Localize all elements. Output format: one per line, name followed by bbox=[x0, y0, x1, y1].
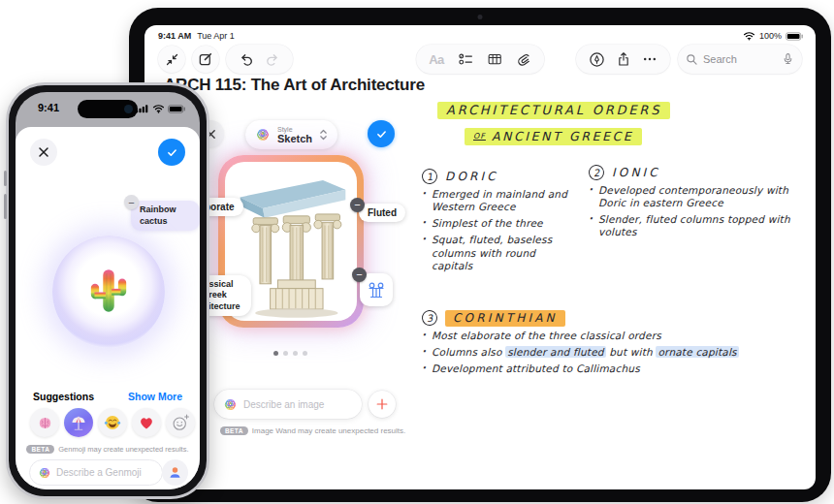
undo-icon bbox=[239, 51, 254, 67]
search-input[interactable] bbox=[703, 53, 771, 65]
hw-name-corinthian: CORINTHIAN bbox=[445, 310, 565, 327]
person-icon bbox=[168, 465, 182, 480]
style-picker[interactable]: Style Sketch bbox=[245, 120, 337, 149]
image-variants-pager[interactable] bbox=[273, 351, 307, 356]
volume-down-button bbox=[4, 194, 7, 219]
checkmark-icon bbox=[166, 146, 178, 159]
format-tools-group: Aa bbox=[416, 45, 544, 74]
table-icon bbox=[487, 51, 502, 67]
actions-group bbox=[576, 45, 670, 74]
remove-tag-fluted-button[interactable]: − bbox=[350, 198, 365, 212]
remove-sketch-tag-button[interactable]: − bbox=[352, 268, 367, 282]
hw-bullet: Slender, fluted columns topped with volu… bbox=[589, 213, 790, 238]
volume-up-button bbox=[4, 171, 7, 186]
hw-name-doric: DORIC bbox=[445, 170, 498, 183]
checklist-button[interactable] bbox=[458, 51, 473, 67]
battery-icon bbox=[168, 105, 186, 113]
describe-image-field[interactable] bbox=[214, 390, 362, 419]
iphone-status-time: 9:41 bbox=[38, 102, 59, 113]
describe-genmoji-field[interactable] bbox=[29, 459, 163, 486]
describe-genmoji-input[interactable] bbox=[56, 467, 149, 478]
image-wand-confirm-button[interactable] bbox=[368, 120, 395, 147]
hw-number-3: 3 bbox=[421, 309, 438, 327]
ipad-device: 9:41 AM Tue Apr 1 100% bbox=[129, 8, 831, 502]
beta-text: Image Wand may create unexpected results… bbox=[252, 426, 405, 435]
suggestion-umbrella-genmoji[interactable] bbox=[64, 408, 93, 437]
checkmark-icon bbox=[375, 128, 388, 141]
hw-number-1: 1 bbox=[421, 168, 438, 185]
wifi-icon bbox=[152, 104, 165, 113]
suggestion-joy-emoji[interactable] bbox=[98, 408, 127, 437]
hw-name-ionic: IONIC bbox=[612, 166, 660, 179]
redo-button[interactable] bbox=[265, 51, 280, 67]
laughing-face-icon bbox=[103, 413, 122, 432]
attach-button[interactable] bbox=[516, 51, 531, 67]
collapse-icon bbox=[165, 52, 179, 67]
ellipsis-icon bbox=[642, 51, 658, 67]
markup-pen-icon bbox=[589, 51, 605, 68]
person-genmoji-button[interactable] bbox=[162, 459, 188, 486]
share-icon bbox=[616, 51, 631, 67]
search-field[interactable] bbox=[678, 45, 802, 74]
hw-bullet: Development attributed to Callimachus bbox=[422, 362, 763, 375]
add-emoji-icon bbox=[171, 413, 190, 432]
hw-highlight-blue: slender and fluted bbox=[505, 346, 605, 358]
front-camera bbox=[124, 105, 133, 113]
hw-section-ionic: 2 IONIC Developed contemporaneously with… bbox=[589, 165, 790, 243]
hw-bullet: Simplest of the three bbox=[422, 217, 575, 230]
search-icon bbox=[686, 53, 698, 66]
beta-badge: BETA bbox=[26, 445, 54, 454]
show-more-link[interactable]: Show More bbox=[128, 391, 182, 402]
remove-genmoji-tag-button[interactable]: − bbox=[124, 195, 139, 209]
brain-icon bbox=[36, 414, 54, 432]
text-format-button[interactable]: Aa bbox=[429, 52, 444, 67]
collapse-button[interactable] bbox=[158, 46, 185, 73]
genmoji-beta-note: BETA Genmoji may create unexpected resul… bbox=[16, 445, 200, 454]
style-value: Sketch bbox=[277, 134, 312, 144]
sketch-column-icon bbox=[365, 278, 388, 301]
genmoji-ai-icon bbox=[38, 466, 51, 480]
close-icon bbox=[38, 146, 49, 158]
suggestion-brain-emoji[interactable] bbox=[30, 408, 59, 437]
iphone-device: 9:41 − Rainbow cactus bbox=[6, 82, 209, 499]
undo-redo-group bbox=[226, 45, 293, 74]
tag-fluted[interactable]: Fluted bbox=[359, 204, 405, 222]
undo-button[interactable] bbox=[239, 51, 254, 67]
red-heart-icon bbox=[137, 413, 156, 432]
paperclip-icon bbox=[516, 51, 531, 67]
notes-toolbar: Aa bbox=[158, 45, 802, 76]
dictation-mic-icon[interactable] bbox=[782, 52, 794, 66]
hw-heading-line1: ARCHITECTURAL ORDERS bbox=[437, 103, 670, 117]
beta-text: Genmoji may create unexpected results. bbox=[58, 445, 188, 454]
genmoji-confirm-button[interactable] bbox=[158, 139, 185, 166]
ipad-status-time: 9:41 AM bbox=[158, 31, 191, 41]
style-label: Style bbox=[277, 126, 312, 133]
hw-bullet: Squat, fluted, baseless columns with rou… bbox=[422, 234, 575, 271]
hw-number-2: 2 bbox=[588, 164, 605, 181]
hw-bullet: Emerged in mainland and Western Greece bbox=[422, 188, 575, 213]
new-genmoji-button[interactable] bbox=[166, 408, 195, 437]
image-wand-beta-note: BETA Image Wand may create unexpected re… bbox=[220, 426, 405, 435]
beach-umbrella-icon bbox=[69, 413, 88, 432]
iphone-status-bar: 9:41 bbox=[16, 101, 200, 116]
describe-image-input[interactable] bbox=[243, 399, 348, 410]
ipad-battery-percent: 100% bbox=[759, 31, 782, 41]
compose-icon bbox=[198, 51, 213, 67]
rainbow-cactus-emoji bbox=[84, 266, 133, 318]
plus-icon bbox=[375, 397, 389, 411]
ipad-notes-app: 9:41 AM Tue Apr 1 100% bbox=[144, 25, 816, 489]
ipad-status-bar: 9:41 AM Tue Apr 1 100% bbox=[158, 29, 804, 43]
more-button[interactable] bbox=[642, 51, 658, 67]
add-image-button[interactable] bbox=[369, 391, 396, 418]
share-button[interactable] bbox=[616, 51, 631, 67]
hw-bullet: Columns also slender and fluted but with… bbox=[422, 346, 763, 359]
compose-button[interactable] bbox=[192, 46, 219, 73]
tag-rainbow-cactus[interactable]: Rainbow cactus bbox=[131, 201, 200, 231]
genmoji-close-button[interactable] bbox=[30, 139, 57, 166]
hw-section-doric: 1 DORIC Emerged in mainland and Western … bbox=[422, 169, 575, 276]
markup-button[interactable] bbox=[589, 51, 605, 68]
table-button[interactable] bbox=[487, 51, 502, 67]
genmoji-sheet: − Rainbow cactus bbox=[16, 127, 200, 489]
ipad-camera bbox=[478, 15, 483, 19]
suggestion-heart-emoji[interactable] bbox=[132, 408, 161, 437]
